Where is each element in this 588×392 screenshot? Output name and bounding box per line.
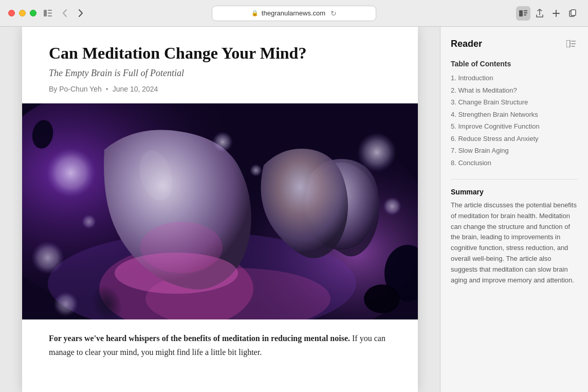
article-header: Can Meditation Change Your Mind? The Emp… (22, 27, 418, 103)
date: June 10, 2024 (113, 85, 158, 93)
svg-rect-5 (524, 10, 527, 11)
svg-rect-0 (44, 10, 47, 16)
new-tab-button[interactable] (549, 6, 563, 21)
toolbar-left (41, 6, 88, 21)
svg-point-28 (82, 215, 96, 229)
svg-rect-32 (566, 40, 570, 47)
lock-icon: 🔒 (251, 10, 259, 16)
svg-rect-9 (571, 10, 576, 15)
toc-item[interactable]: 1. Introduction (451, 72, 578, 84)
reader-icon (519, 10, 527, 16)
toolbar-right (516, 6, 580, 21)
svg-rect-7 (524, 14, 526, 15)
toc-section: Table of Contents 1. Introduction2. What… (451, 60, 578, 169)
svg-rect-6 (524, 12, 527, 13)
reader-header: Reader (451, 37, 578, 50)
url-text: thegranularnews.com (262, 9, 325, 17)
browser-chrome: 🔒 thegranularnews.com ↻ (0, 0, 588, 27)
back-icon (62, 9, 67, 17)
svg-point-18 (140, 222, 223, 273)
article-body-bold: For years we've heard whispers of the be… (49, 334, 350, 343)
summary-text: The article discusses the potential bene… (451, 200, 578, 286)
toc-item[interactable]: 5. Improve Cognitive Function (451, 120, 578, 133)
article-image-svg (22, 103, 418, 319)
sidebar-icon (44, 10, 52, 16)
traffic-lights (8, 10, 36, 16)
reader-sidebar: Reader Table of Contents 1. Introduction… (440, 27, 588, 392)
reader-panel-title: Reader (451, 39, 482, 49)
article-meta: By Po-Chun Yeh • June 10, 2024 (49, 85, 391, 93)
toc-list: 1. Introduction2. What is Meditation?3. … (451, 72, 578, 169)
copy-tab-icon (569, 9, 576, 17)
svg-point-30 (364, 284, 400, 313)
svg-point-27 (250, 164, 262, 176)
article-body-text: For years we've heard whispers of the be… (49, 332, 391, 359)
article-area: Can Meditation Change Your Mind? The Emp… (0, 27, 440, 392)
reader-mode-button[interactable] (516, 6, 530, 21)
forward-icon (79, 9, 83, 17)
toc-item[interactable]: 8. Conclusion (451, 157, 578, 169)
address-bar-container: 🔒 thegranularnews.com ↻ (212, 6, 376, 21)
article-card: Can Meditation Change Your Mind? The Emp… (22, 27, 418, 392)
toc-item[interactable]: 6. Reduce Stress and Anxiety (451, 133, 578, 145)
share-button[interactable] (532, 6, 547, 21)
close-button[interactable] (8, 10, 15, 16)
svg-point-23 (53, 292, 78, 316)
article-image (22, 103, 418, 319)
toc-heading: Table of Contents (451, 60, 578, 68)
refresh-icon: ↻ (330, 9, 337, 17)
summary-section: Summary The article discusses the potent… (451, 179, 578, 286)
forward-button[interactable] (74, 6, 88, 21)
article-title: Can Meditation Change Your Mind? (49, 43, 391, 63)
fullscreen-button[interactable] (30, 10, 36, 16)
share-icon (536, 9, 543, 17)
back-button[interactable] (57, 6, 71, 21)
summary-heading: Summary (451, 188, 578, 196)
svg-point-21 (31, 241, 64, 274)
sidebar-toggle-button[interactable] (41, 6, 55, 21)
svg-point-19 (46, 148, 96, 198)
address-bar[interactable]: 🔒 thegranularnews.com ↻ (212, 6, 376, 21)
svg-point-20 (357, 133, 396, 172)
article-subtitle: The Empty Brain is Full of Potential (49, 68, 391, 79)
copy-tab-button[interactable] (565, 6, 580, 21)
author: By Po-Chun Yeh (49, 85, 102, 93)
reader-panel-close-button[interactable] (564, 37, 578, 50)
svg-rect-4 (519, 10, 523, 16)
article-body: For years we've heard whispers of the be… (22, 319, 418, 371)
minimize-button[interactable] (19, 10, 26, 16)
refresh-button[interactable]: ↻ (330, 9, 337, 17)
svg-rect-1 (48, 10, 52, 11)
main-layout: Can Meditation Change Your Mind? The Emp… (0, 27, 588, 392)
toc-item[interactable]: 4. Strengthen Brain Networks (451, 109, 578, 121)
svg-rect-2 (48, 13, 52, 14)
svg-point-26 (383, 197, 401, 216)
svg-rect-3 (48, 15, 52, 16)
meta-dot: • (106, 85, 108, 93)
toc-item[interactable]: 2. What is Meditation? (451, 84, 578, 97)
toc-item[interactable]: 7. Slow Brain Aging (451, 145, 578, 157)
svg-point-25 (212, 132, 233, 152)
toc-item[interactable]: 3. Change Brain Structure (451, 96, 578, 109)
panel-toggle-icon (566, 40, 576, 47)
new-tab-icon (553, 10, 560, 17)
